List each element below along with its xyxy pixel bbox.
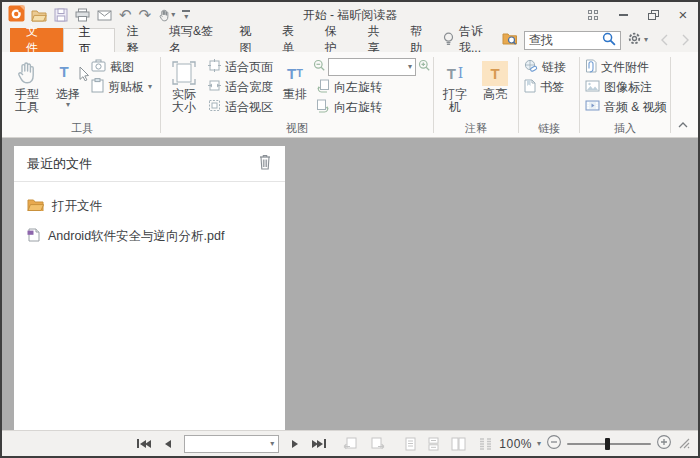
zoom-in-icon[interactable] [418, 58, 431, 76]
previous-view-icon[interactable] [337, 431, 364, 456]
bookmark-button[interactable]: 书签 [521, 77, 577, 97]
single-page-icon[interactable] [399, 431, 422, 456]
ribbon-tab-row: 文件 主页 注释 填写&签名 视图 表单 保护 共享 帮助 告诉我... [2, 28, 698, 52]
fit-visible-button[interactable]: 适合视区 [205, 97, 277, 117]
open-file-icon[interactable] [31, 6, 47, 24]
open-file-item[interactable]: 打开文件 [27, 191, 272, 221]
next-view-icon[interactable] [364, 431, 391, 456]
settings-button[interactable]: ▾ [627, 31, 648, 49]
select-tool-button[interactable]: T 选择 ▾ [48, 55, 88, 109]
zoom-slider-thumb[interactable] [605, 438, 610, 450]
select-dropdown-arrow[interactable]: ▾ [66, 101, 70, 109]
prev-page-button[interactable] [158, 431, 178, 456]
rotate-left-button[interactable]: 向左旋转 [313, 77, 431, 97]
zoom-level-combo[interactable]: ▾ [328, 58, 416, 76]
actual-size-button[interactable]: 实际大小 [163, 55, 205, 114]
hand-quick-icon[interactable]: ▾ [158, 6, 175, 24]
fit-visible-icon [208, 99, 221, 115]
pdf-file-icon [27, 228, 40, 245]
nav-forward-icon[interactable] [682, 34, 690, 46]
group-tools: 手型工具 T 选择 ▾ 截图 [6, 52, 158, 137]
lightbulb-icon [442, 32, 455, 49]
rotate-right-label: 向右旋转 [334, 99, 382, 116]
image-annotation-button[interactable]: 图像标注 [582, 77, 668, 97]
redo-icon[interactable]: ↷ [139, 6, 152, 24]
recent-file-item[interactable]: Android软件安全与逆向分析.pdf [27, 221, 272, 251]
bookmark-icon [524, 79, 536, 96]
window-inner: ↶ ↷ ▾ ▾ 开始 - 福昕阅读器 × 文件 主页 注释 填写&签名 视图 表… [2, 2, 698, 456]
highlight-button[interactable]: T 高亮 [474, 55, 516, 101]
hand-tool-label: 手型工具 [14, 88, 40, 114]
clipboard-dropdown-arrow[interactable]: ▾ [148, 83, 152, 91]
trash-icon[interactable] [258, 154, 272, 174]
undo-icon[interactable]: ↶ [119, 6, 132, 24]
group-insert-label: 插入 [582, 121, 668, 137]
group-insert: 文件附件 图像标注 音频 & 视频 [582, 52, 668, 137]
hand-dropdown-arrow[interactable]: ▾ [171, 11, 175, 19]
clipboard-label: 剪贴板 [108, 79, 144, 96]
reflow-icon: TT [287, 58, 303, 88]
page-number-combo[interactable]: ▾ [184, 435, 279, 453]
tab-share[interactable]: 共享 [357, 28, 400, 52]
window-controls: × [578, 2, 698, 28]
audio-video-button[interactable]: 音频 & 视频 [582, 97, 668, 117]
email-icon[interactable] [97, 6, 112, 24]
collapse-ribbon-icon[interactable] [678, 114, 688, 132]
layout-grid-icon[interactable] [578, 2, 608, 28]
facing-icon[interactable] [445, 431, 472, 456]
audio-video-icon [585, 100, 600, 114]
tab-protect[interactable]: 保护 [314, 28, 357, 52]
resize-grip-icon[interactable] [679, 435, 690, 453]
reflow-label: 重排 [283, 88, 307, 101]
link-button[interactable]: 链接 [521, 57, 577, 77]
restore-icon[interactable] [638, 2, 668, 28]
continuous-icon[interactable] [422, 431, 445, 456]
zoom-percent-dropdown-arrow[interactable]: ▾ [537, 440, 541, 448]
save-icon[interactable] [54, 6, 68, 24]
tab-fill-sign[interactable]: 填写&签名 [158, 28, 228, 52]
tab-help[interactable]: 帮助 [399, 28, 442, 52]
actual-size-icon [171, 58, 197, 88]
zoom-slider[interactable] [567, 437, 651, 451]
tab-view[interactable]: 视图 [228, 28, 271, 52]
group-links-label: 链接 [521, 121, 577, 137]
zoom-in-button[interactable] [656, 434, 672, 454]
nav-back-icon[interactable] [660, 34, 668, 46]
typewriter-button[interactable]: T I 打字机 [436, 55, 474, 114]
customize-toolbar-icon[interactable]: ▾ [182, 6, 190, 24]
snapshot-button[interactable]: 截图 [88, 57, 158, 77]
tab-comment[interactable]: 注释 [115, 28, 158, 52]
bookmark-label: 书签 [540, 79, 564, 96]
first-page-button[interactable] [130, 431, 158, 456]
search-input[interactable] [529, 33, 602, 47]
tab-file[interactable]: 文件 [10, 28, 63, 52]
recent-files-panel: 最近的文件 打开文件 Android软件安全与逆向分析.pdf [14, 146, 285, 430]
group-divider [579, 57, 580, 133]
close-icon[interactable]: × [668, 2, 698, 28]
clipboard-button[interactable]: 剪贴板 ▾ [88, 77, 158, 97]
hand-tool-button[interactable]: 手型工具 [6, 55, 48, 114]
rotate-left-label: 向左旋转 [334, 79, 382, 96]
tab-form[interactable]: 表单 [271, 28, 314, 52]
search-folder-icon[interactable] [502, 32, 518, 48]
next-page-button[interactable] [285, 431, 305, 456]
rotate-right-button[interactable]: 向右旋转 [313, 97, 431, 117]
print-icon[interactable] [75, 6, 90, 24]
settings-dropdown-arrow[interactable]: ▾ [644, 36, 648, 44]
zoom-out-button[interactable] [546, 434, 562, 454]
continuous-facing-icon[interactable] [472, 431, 499, 456]
highlight-icon: T [482, 58, 508, 88]
image-annotation-icon [585, 80, 600, 95]
tab-home[interactable]: 主页 [63, 28, 116, 52]
zoom-percent-value[interactable]: 100% [499, 437, 532, 451]
last-page-button[interactable] [305, 431, 333, 456]
reflow-button[interactable]: TT 重排 [277, 55, 313, 101]
file-attachment-button[interactable]: 文件附件 [582, 57, 668, 77]
fit-width-button[interactable]: 适合宽度 [205, 77, 277, 97]
minimize-icon[interactable] [608, 2, 638, 28]
file-attachment-icon [585, 59, 597, 76]
zoom-out-icon[interactable] [313, 58, 326, 76]
fit-page-button[interactable]: 适合页面 [205, 57, 277, 77]
search-icon[interactable] [602, 32, 616, 49]
search-box[interactable] [524, 31, 621, 50]
